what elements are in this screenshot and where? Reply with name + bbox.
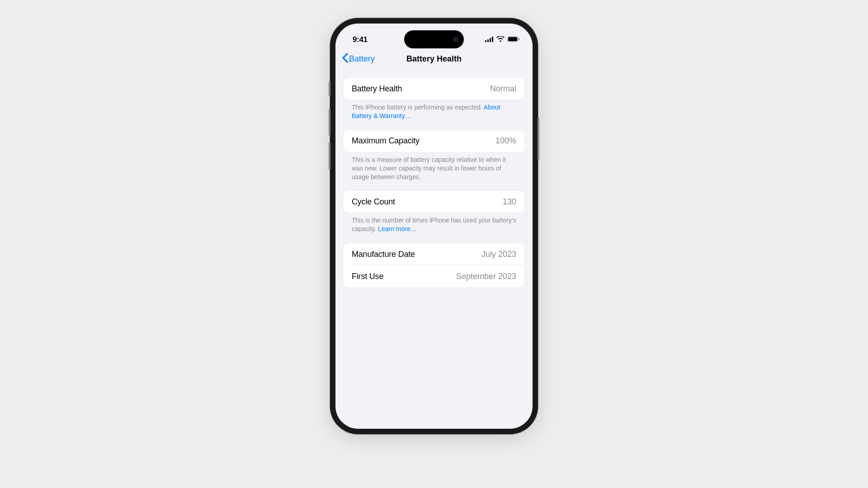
svg-rect-5: [508, 37, 517, 41]
battery-icon: [507, 36, 520, 44]
row-label: Battery Health: [352, 84, 402, 94]
svg-rect-3: [492, 37, 493, 42]
cycle-count-row[interactable]: Cycle Count 130: [344, 191, 524, 213]
footer-text: This iPhone battery is performing as exp…: [352, 104, 484, 111]
row-label: First Use: [352, 272, 383, 281]
learn-more-link[interactable]: Learn more…: [378, 225, 417, 232]
dates-card: Manufacture Date July 2023 First Use Sep…: [344, 243, 524, 287]
wifi-icon: [496, 36, 505, 44]
row-label: Manufacture Date: [352, 250, 415, 259]
status-icons: [485, 36, 520, 44]
first-use-row[interactable]: First Use September 2023: [344, 265, 524, 287]
max-capacity-row[interactable]: Maximum Capacity 100%: [344, 130, 524, 152]
battery-health-card: Battery Health Normal: [344, 78, 524, 99]
volume-down-button: [329, 142, 330, 170]
row-value: Normal: [490, 84, 516, 94]
cycle-count-card: Cycle Count 130: [344, 191, 524, 213]
power-button: [538, 118, 539, 161]
volume-up-button: [329, 109, 330, 136]
max-capacity-footer: This is a measure of battery capacity re…: [344, 152, 524, 191]
nav-bar: Battery Battery Health: [335, 48, 533, 70]
battery-health-footer: This iPhone battery is performing as exp…: [344, 99, 524, 130]
footer-text: This is the number of times iPhone has u…: [352, 217, 516, 232]
row-label: Maximum Capacity: [352, 136, 420, 146]
phone-screen: 9:41 Battery Battery Health: [335, 24, 533, 429]
status-time: 9:41: [353, 35, 368, 44]
row-value: September 2023: [456, 272, 516, 281]
svg-rect-6: [519, 38, 519, 40]
settings-content: Battery Health Normal This iPhone batter…: [335, 70, 533, 287]
row-value: 130: [503, 197, 516, 207]
dynamic-island: [404, 30, 464, 48]
battery-health-row[interactable]: Battery Health Normal: [344, 78, 524, 99]
cellular-icon: [485, 36, 494, 44]
manufacture-date-row[interactable]: Manufacture Date July 2023: [344, 243, 524, 265]
row-label: Cycle Count: [352, 197, 395, 207]
page-title: Battery Health: [406, 54, 462, 64]
row-value: July 2023: [481, 250, 516, 259]
svg-rect-0: [485, 40, 486, 42]
max-capacity-card: Maximum Capacity 100%: [344, 130, 524, 152]
phone-frame: 9:41 Battery Battery Health: [330, 18, 538, 434]
back-button[interactable]: Battery: [342, 53, 375, 65]
cycle-count-footer: This is the number of times iPhone has u…: [344, 213, 524, 243]
back-label: Battery: [349, 54, 375, 64]
svg-rect-1: [487, 39, 489, 42]
chevron-left-icon: [342, 53, 348, 65]
mute-switch: [329, 81, 330, 96]
svg-rect-2: [490, 38, 491, 42]
row-value: 100%: [495, 136, 516, 146]
